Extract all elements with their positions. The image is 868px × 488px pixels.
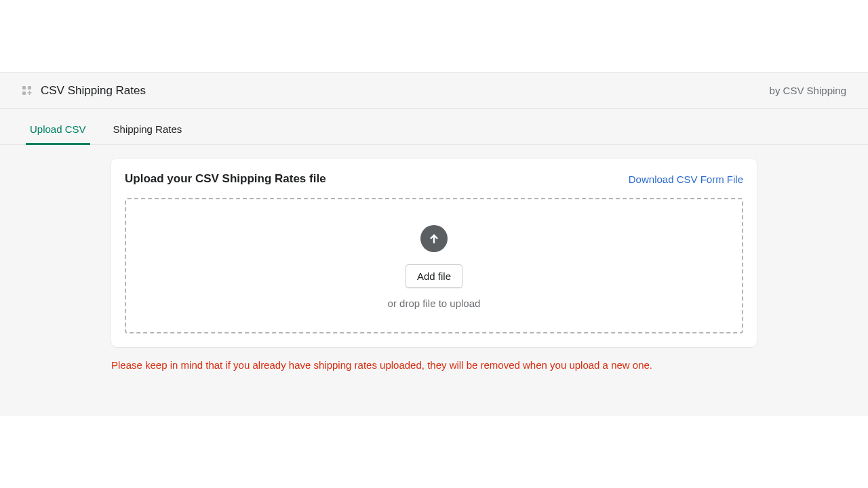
tab-upload-csv[interactable]: Upload CSV — [26, 113, 90, 144]
download-csv-form-link[interactable]: Download CSV Form File — [629, 174, 743, 185]
add-file-button[interactable]: Add file — [406, 264, 462, 288]
svg-rect-0 — [22, 86, 26, 89]
app-byline: by CSV Shipping — [770, 85, 846, 96]
upload-card: Upload your CSV Shipping Rates file Down… — [111, 159, 757, 347]
titlebar-left: CSV Shipping Rates — [22, 84, 146, 98]
app-title: CSV Shipping Rates — [41, 84, 146, 98]
card-title: Upload your CSV Shipping Rates file — [125, 172, 326, 186]
tabbar: Upload CSV Shipping Rates — [0, 109, 868, 145]
svg-rect-2 — [22, 92, 26, 95]
file-dropzone[interactable]: Add file or drop file to upload — [125, 198, 743, 333]
svg-rect-1 — [28, 86, 31, 89]
apps-grid-icon — [22, 85, 33, 96]
content-area: Upload your CSV Shipping Rates file Down… — [0, 145, 868, 416]
drop-hint-text: or drop file to upload — [388, 298, 481, 309]
upload-arrow-icon — [420, 225, 448, 252]
top-whitespace — [0, 0, 868, 72]
app-titlebar: CSV Shipping Rates by CSV Shipping — [0, 72, 868, 109]
tab-shipping-rates[interactable]: Shipping Rates — [109, 113, 186, 144]
upload-warning-text: Please keep in mind that if you already … — [111, 359, 757, 371]
card-header: Upload your CSV Shipping Rates file Down… — [125, 172, 743, 186]
